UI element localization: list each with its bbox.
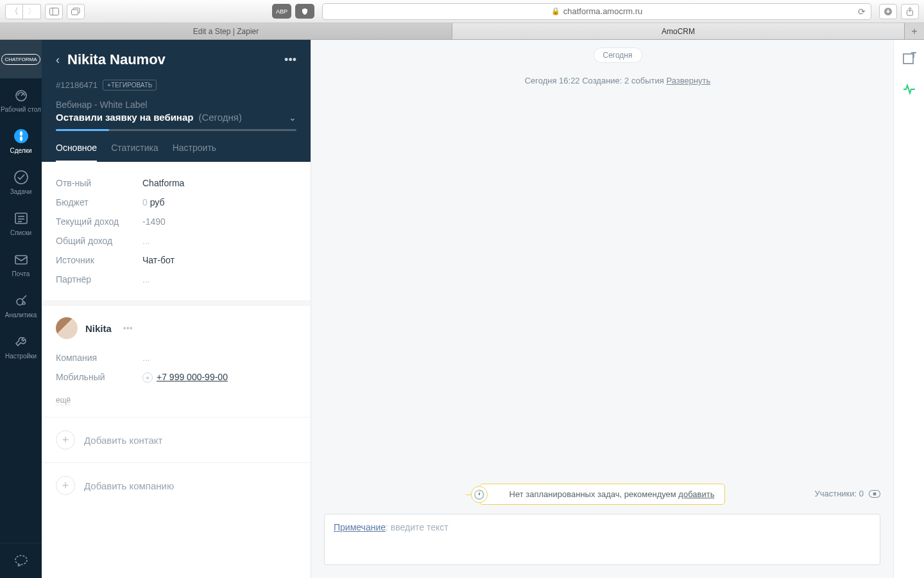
field-label: Бюджет [56, 197, 142, 207]
stage-selector[interactable]: Оставили заявку на вебинар (Сегодня) ⌄ [56, 112, 296, 123]
stage-progress [56, 129, 296, 131]
wrench-icon [13, 333, 30, 350]
stage-name: Оставили заявку на вебинар [56, 112, 193, 123]
add-phone-icon[interactable]: + [142, 372, 153, 383]
note-placeholder: введите текст [391, 522, 449, 532]
note-input[interactable]: Примечание: введите текст [324, 514, 880, 565]
nav-settings[interactable]: Настройки [0, 325, 42, 366]
contact-menu[interactable]: ••• [123, 323, 133, 333]
url-text: chatforma.amocrm.ru [563, 6, 643, 16]
tag-button[interactable]: +ТЕГИРОВАТЬ [103, 80, 157, 91]
browser-tabs: Edit a Step | Zapier AmoCRM + [0, 23, 924, 40]
nav-chat[interactable] [0, 543, 42, 578]
add-contact[interactable]: + Добавить контакт [42, 417, 311, 462]
deals-icon [13, 128, 30, 144]
expand-link[interactable]: Развернуть [666, 76, 710, 85]
current-income-value[interactable]: -1490 [142, 216, 166, 227]
lead-id: #12186471 [56, 80, 98, 90]
svg-rect-0 [49, 8, 58, 15]
shield-extension-icon[interactable] [295, 4, 314, 19]
nav-lists[interactable]: Списки [0, 202, 42, 243]
right-rail [893, 40, 924, 578]
tab-stats[interactable]: Статистика [111, 143, 158, 162]
stage-when: (Сегодня) [198, 112, 241, 123]
mail-icon [13, 251, 30, 268]
partner-value[interactable]: ... [142, 274, 150, 285]
field-label: Текущий доход [56, 216, 142, 227]
analytics-icon [13, 292, 30, 309]
nav-tasks[interactable]: Задачи [0, 161, 42, 202]
lead-header: ‹ Nikita Naumov ••• #12186471 +ТЕГИРОВАТ… [42, 40, 311, 162]
field-label: Мобильный [56, 372, 142, 383]
svg-rect-3 [72, 10, 78, 15]
responsible-value[interactable]: Chatforma [142, 178, 184, 188]
lead-fields: Отв-ныйChatforma Бюджет0 руб Текущий дох… [42, 162, 311, 301]
show-more[interactable]: ещё [56, 396, 71, 405]
abp-extension-icon[interactable]: ABP [272, 4, 291, 19]
pipeline-name: Вебинар - White Label [56, 100, 296, 110]
lead-panel: ‹ Nikita Naumov ••• #12186471 +ТЕГИРОВАТ… [42, 40, 311, 578]
tab-main[interactable]: Основное [56, 143, 97, 162]
chevron-down-icon: ⌄ [289, 112, 296, 123]
share-button[interactable] [901, 4, 919, 19]
field-label: Отв-ный [56, 178, 142, 188]
add-company[interactable]: + Добавить компанию [42, 462, 311, 508]
nav-mail[interactable]: Почта [0, 243, 42, 284]
source-value[interactable]: Чат-бот [142, 255, 175, 265]
field-label: Общий доход [56, 236, 142, 246]
back-button[interactable]: 〈 [5, 4, 23, 19]
downloads-button[interactable] [879, 4, 897, 19]
list-icon [13, 210, 30, 227]
plus-icon: + [56, 430, 75, 450]
sidebar-toggle[interactable] [45, 4, 63, 19]
logo[interactable]: CHATFORMA [0, 40, 42, 78]
lock-icon: 🔒 [551, 7, 560, 15]
avatar[interactable] [56, 317, 78, 339]
tab-setup[interactable]: Настроить [173, 143, 216, 162]
tabs-overview[interactable] [67, 4, 85, 19]
budget-value[interactable]: 0 руб [142, 197, 165, 207]
browser-tab-zapier[interactable]: Edit a Step | Zapier [0, 23, 452, 39]
reload-icon[interactable]: ⟳ [858, 6, 866, 17]
address-bar[interactable]: 🔒 chatforma.amocrm.ru ⟳ [322, 3, 871, 20]
note-type-select[interactable]: Примечание [334, 522, 386, 532]
lead-name[interactable]: Nikita Naumov [67, 51, 277, 68]
clock-icon: 🕐 [471, 486, 488, 503]
feed-event: Сегодня 16:22 Создание: 2 события Развер… [311, 76, 924, 85]
field-label: Источник [56, 255, 142, 265]
svg-rect-17 [903, 54, 913, 64]
mobile-value[interactable]: ++7 999 000-99-00 [142, 372, 228, 383]
feed-area: Сегодня Сегодня 16:22 Создание: 2 событи… [311, 40, 924, 578]
svg-point-14 [17, 299, 23, 305]
field-label: Партнёр [56, 274, 142, 285]
app-nav: CHATFORMA Рабочий стол Сделки Задачи Спи… [0, 40, 42, 578]
forward-button[interactable]: 〉 [23, 4, 41, 19]
total-income-value[interactable]: ... [142, 236, 150, 246]
svg-point-16 [15, 556, 27, 565]
new-tab-button[interactable]: + [905, 23, 924, 39]
lead-menu[interactable]: ••• [284, 53, 296, 67]
nav-analytics[interactable]: Аналитика [0, 284, 42, 325]
gauge-icon [13, 87, 30, 103]
nav-desktop[interactable]: Рабочий стол [0, 78, 42, 119]
add-task-link[interactable]: добавить [678, 489, 714, 499]
task-banner: 🕐 Нет запланированных задач, рекомендуем… [324, 484, 880, 505]
company-value[interactable]: ... [142, 353, 150, 363]
svg-rect-13 [15, 256, 27, 264]
contact-name[interactable]: Nikita [85, 323, 112, 334]
browser-toolbar: 〈 〉 ABP 🔒 chatforma.amocrm.ru ⟳ [0, 0, 924, 23]
activity-icon[interactable] [902, 82, 916, 96]
plus-icon: + [56, 476, 75, 495]
svg-point-15 [22, 302, 25, 304]
field-label: Компания [56, 353, 142, 363]
check-circle-icon [13, 169, 30, 186]
nav-deals[interactable]: Сделки [0, 119, 42, 161]
new-note-icon[interactable] [902, 51, 916, 66]
back-arrow[interactable]: ‹ [56, 53, 60, 67]
browser-tab-amocrm[interactable]: AmoCRM [452, 23, 905, 39]
contact-section: Nikita ••• Компания... Мобильный++7 999 … [42, 306, 311, 417]
date-pill: Сегодня [594, 48, 642, 63]
